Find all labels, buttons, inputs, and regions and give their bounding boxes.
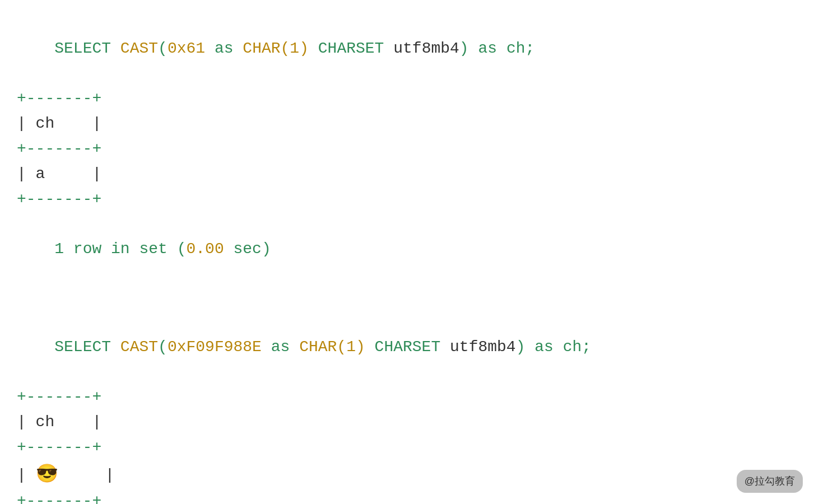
charset-kw-2: CHARSET [375,338,441,356]
type-1: CHAR(1) [243,40,309,57]
sql-block-1: SELECT CAST(0x61 as CHAR(1) CHARSET utf8… [17,11,797,287]
select-keyword-1: SELECT [54,40,111,57]
sql-statement-2: SELECT CAST(0xF09F988E as CHAR(1) CHARSE… [17,310,797,385]
charset-kw-1: CHARSET [318,40,384,57]
alias-2: ch [563,338,582,356]
as-keyword-2: as [478,40,497,57]
table-border-bot-2: +-------+ [17,489,797,504]
as-keyword-1: as [215,40,234,57]
select-keyword-2: SELECT [54,338,111,356]
hex-value-1: 0x61 [168,40,205,57]
alias-1: ch [506,40,525,57]
result-suffix-1: sec) [224,240,271,258]
table-border-bot-1: +-------+ [17,187,797,212]
table-header-2: | ch | [17,410,797,435]
table-border-top-2: +-------+ [17,385,797,410]
emoji-value: 😎 [36,464,58,485]
sql-block-2: SELECT CAST(0xF09F988E as CHAR(1) CHARSE… [17,310,797,504]
result-time-1: 0.00 [186,240,224,258]
table-data-row-1: | a | [17,162,797,187]
charset-val-1: utf8mb4 [393,40,459,57]
as-keyword-4: as [534,338,553,356]
cast-function-2: CAST [120,338,158,356]
type-2: CHAR(1) [299,338,365,356]
table-data-row-2: | 😎 | [17,460,797,489]
result-prefix-1: 1 row in set ( [54,240,186,258]
as-keyword-3: as [271,338,290,356]
table-header-1: | ch | [17,111,797,137]
sql-statement-1: SELECT CAST(0x61 as CHAR(1) CHARSET utf8… [17,11,797,86]
charset-val-2: utf8mb4 [450,338,516,356]
result-line-1: 1 row in set (0.00 sec) [17,212,797,287]
cast-function-1: CAST [120,40,158,57]
table-border-top-1: +-------+ [17,86,797,111]
table-border-mid-2: +-------+ [17,435,797,460]
watermark-badge: @拉勾教育 [737,470,803,493]
hex-value-2: 0xF09F988E [168,338,262,356]
table-border-mid-1: +-------+ [17,137,797,162]
